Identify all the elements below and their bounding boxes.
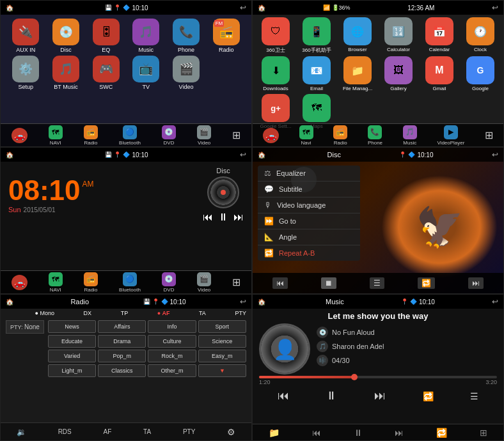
app-tv[interactable]: 📺 TV: [127, 56, 165, 90]
pty-science[interactable]: Science: [198, 335, 246, 348]
menu-subtitle[interactable]: 💬 Subtitle: [258, 182, 360, 197]
app-video[interactable]: 🎬 Video: [168, 56, 205, 90]
app-gallery[interactable]: 🖼Gallery: [379, 56, 418, 91]
music-next-btn[interactable]: ⏭: [374, 389, 386, 403]
stop-btn[interactable]: ⏹: [321, 277, 336, 289]
android-nav-music[interactable]: 🎵Music: [403, 125, 417, 146]
playlist-btn[interactable]: ☰: [370, 277, 384, 289]
pty-drama[interactable]: Drama: [98, 335, 146, 348]
pty-rock[interactable]: Rock_m: [148, 350, 196, 362]
android-nav-video[interactable]: ▶VideoPlayer: [437, 125, 464, 146]
pty-classics[interactable]: Classics: [98, 364, 146, 377]
home-icon-2[interactable]: 🏠: [258, 4, 265, 12]
pty-scroll-down[interactable]: ▼: [198, 364, 246, 377]
progress-track[interactable]: [259, 376, 497, 378]
car-home-button-3[interactable]: 🚗: [12, 275, 28, 290]
clock-nav-navi[interactable]: 🗺NAVI: [49, 272, 63, 293]
prev-button[interactable]: ⏮: [203, 212, 213, 223]
back-icon-2[interactable]: ↩: [492, 3, 498, 12]
menu-angle[interactable]: 📐 Angle: [258, 229, 360, 245]
pty-light[interactable]: Light_m: [48, 364, 96, 377]
home-icon-5[interactable]: 🏠: [6, 298, 13, 306]
app-phone[interactable]: 📞 Phone: [168, 19, 205, 53]
car-home-button[interactable]: 🚗: [12, 128, 28, 143]
next-track-btn-2[interactable]: ⏭: [468, 277, 484, 289]
car-home-button-2[interactable]: 🚗: [263, 128, 279, 143]
home-icon[interactable]: 🏠: [6, 4, 13, 12]
app-360-guard[interactable]: 🛡360卫士: [256, 17, 295, 54]
android-nav-phone[interactable]: 📞Phone: [368, 125, 382, 146]
app-radio[interactable]: FM📻 Radio: [207, 19, 245, 53]
pty-affairs[interactable]: Affairs: [98, 320, 146, 333]
app-360-assistant[interactable]: 📱360手机助手: [297, 17, 336, 54]
app-downloads[interactable]: ⬇Downloads: [256, 56, 295, 91]
music-footer-next[interactable]: ⏭: [395, 428, 404, 438]
music-footer-prev[interactable]: ⏮: [312, 428, 321, 438]
app-calendar[interactable]: 📅Calendar: [420, 17, 459, 54]
pty-educate[interactable]: Educate: [48, 335, 96, 348]
back-icon-6[interactable]: ↩: [492, 297, 498, 306]
music-playlist-btn[interactable]: ☰: [470, 391, 478, 401]
pty-varied[interactable]: Varied: [48, 350, 96, 362]
progress-handle[interactable]: [351, 374, 358, 380]
pty-sport[interactable]: Sport: [198, 320, 246, 333]
nav-radio[interactable]: 📻 Radio: [84, 125, 98, 146]
app-aux-in[interactable]: 🔌 AUX IN: [7, 19, 45, 53]
nav-navi[interactable]: 🗺 NAVI: [49, 125, 63, 146]
app-swc[interactable]: 🎮 SWC: [87, 56, 125, 90]
app-clock[interactable]: 🕐Clock: [461, 17, 500, 54]
app-eq[interactable]: 🎛 EQ: [87, 19, 125, 53]
folder-icon[interactable]: 📁: [269, 428, 280, 438]
ta-button[interactable]: TA: [143, 428, 151, 435]
app-gmail[interactable]: MGmail: [420, 56, 459, 91]
pty-info[interactable]: Info: [148, 320, 196, 333]
grid-menu-icon[interactable]: ⊞: [232, 129, 240, 141]
rds-button[interactable]: RDS: [58, 428, 72, 435]
back-icon-5[interactable]: ↩: [240, 297, 246, 306]
app-disc[interactable]: 💿 Disc: [47, 19, 85, 53]
repeat-btn[interactable]: 🔁: [418, 277, 435, 289]
music-footer-menu[interactable]: ⊞: [480, 428, 487, 438]
settings-icon-radio[interactable]: ⚙: [227, 427, 235, 437]
pty-other[interactable]: Other_m: [148, 364, 196, 377]
pty-culture[interactable]: Culture: [148, 335, 196, 348]
back-icon[interactable]: ↩: [240, 3, 246, 12]
clock-nav-radio[interactable]: 📻Radio: [84, 272, 98, 293]
nav-bluetooth[interactable]: 🔵 Bluetooth: [119, 125, 141, 146]
home-icon-4[interactable]: 🏠: [258, 151, 265, 159]
home-icon-6[interactable]: 🏠: [258, 298, 265, 306]
prev-track-btn[interactable]: ⏮: [272, 277, 288, 289]
menu-goto[interactable]: ⏩ Go to: [258, 213, 360, 229]
clock-nav-video[interactable]: 🎬Video: [197, 272, 211, 293]
app-bt-music[interactable]: 🎵 BT Music: [47, 56, 85, 90]
android-grid-icon[interactable]: ⊞: [485, 129, 493, 141]
clock-nav-dvd[interactable]: 💿DVD: [162, 272, 176, 293]
pty-button[interactable]: PTY: [183, 428, 195, 435]
pty-easy[interactable]: Easy_m: [198, 350, 246, 362]
app-calculator[interactable]: 🔢Calculator: [379, 17, 418, 54]
menu-equalizer[interactable]: ⚖ Equalizer: [258, 166, 360, 182]
music-footer-repeat[interactable]: 🔁: [436, 428, 447, 438]
next-button[interactable]: ⏭: [233, 212, 244, 223]
app-setup[interactable]: ⚙️ Setup: [7, 56, 45, 90]
music-repeat-btn[interactable]: 🔁: [423, 391, 434, 401]
pty-pop[interactable]: Pop_m: [98, 350, 146, 362]
clock-nav-bluetooth[interactable]: 🔵Bluetooth: [119, 272, 141, 293]
app-email[interactable]: 📧Email: [297, 56, 336, 91]
android-nav-navi[interactable]: 🗺Navi: [299, 125, 313, 146]
app-browser[interactable]: 🌐Browser: [338, 17, 377, 54]
music-pause-btn[interactable]: ⏸: [326, 389, 337, 403]
menu-repeat-ab[interactable]: 🔁 Repeat A-B: [258, 245, 360, 261]
music-footer-pause[interactable]: ⏸: [354, 428, 363, 438]
back-icon-3[interactable]: ↩: [240, 150, 246, 159]
clock-grid-icon[interactable]: ⊞: [232, 276, 240, 288]
android-nav-radio[interactable]: 📻Radio: [333, 125, 347, 146]
menu-video-language[interactable]: 🎙 Video language: [258, 197, 360, 213]
pty-news[interactable]: News: [48, 320, 96, 333]
app-music[interactable]: 🎵 Music: [127, 19, 165, 53]
app-google[interactable]: GGoogle: [461, 56, 500, 91]
back-icon-4[interactable]: ↩: [492, 150, 498, 159]
home-icon-3[interactable]: 🏠: [6, 151, 13, 159]
nav-video[interactable]: 🎬 Video: [197, 125, 211, 146]
music-prev-btn[interactable]: ⏮: [278, 389, 289, 403]
